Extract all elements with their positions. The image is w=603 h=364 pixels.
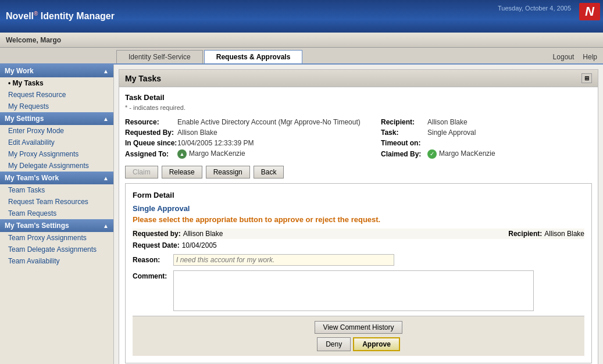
reassign-button[interactable]: Reassign — [206, 166, 250, 179]
logo-text: Novell — [6, 12, 34, 22]
comment-row: Comment: — [133, 270, 584, 311]
form-detail: Form Detail Single Approval Please selec… — [125, 183, 592, 363]
resource-label: Resource: — [125, 117, 177, 127]
chevron-up-icon-4: ▲ — [103, 223, 109, 229]
form-requested-by-value: Allison Blake — [183, 230, 223, 238]
table-row: In Queue since: 10/04/2005 12:33:39 PM T… — [125, 138, 592, 148]
form-meta-row: Requested by: Allison Blake Recipient: A… — [133, 229, 584, 239]
resource-value: Enable Active Directory Account (Mgr App… — [177, 117, 381, 127]
deny-button[interactable]: Deny — [317, 337, 351, 351]
reason-label: Reason: — [133, 254, 173, 264]
claimed-by-name: Margo MacKenzie — [439, 149, 495, 158]
in-queue-label: In Queue since: — [125, 138, 177, 148]
panel-grid-icon[interactable]: ⊞ — [581, 73, 592, 83]
recipient-value: Allison Blake — [427, 117, 592, 127]
sidebar-section-my-settings[interactable]: My Settings ▲ — [0, 112, 113, 125]
sidebar-section-title-my-settings: My Settings — [5, 115, 44, 123]
task-info-table: Resource: Enable Active Directory Accoun… — [125, 117, 592, 160]
table-row: Assigned To: ▲Margo MacKenzie Claimed By… — [125, 148, 592, 160]
comment-textarea[interactable] — [173, 270, 534, 311]
approve-button[interactable]: Approve — [353, 337, 400, 351]
chevron-up-icon-3: ▲ — [103, 175, 109, 181]
form-recipient-label: Recipient: — [508, 230, 542, 238]
my-tasks-panel: My Tasks ⊞ Task Detail * - indicates req… — [119, 69, 598, 364]
assigned-to-value: ▲Margo MacKenzie — [177, 148, 381, 160]
approve-deny-buttons: Deny Approve — [317, 337, 400, 351]
sidebar-item-enter-proxy-mode[interactable]: Enter Proxy Mode — [0, 125, 113, 137]
reason-row: Reason: — [133, 254, 584, 266]
sidebar-item-team-requests[interactable]: Team Requests — [0, 208, 113, 219]
help-link[interactable]: Help — [583, 53, 597, 61]
sidebar-item-request-team-resources[interactable]: Request Team Resources — [0, 196, 113, 208]
requested-by-value: Allison Blake — [177, 127, 381, 138]
sidebar-item-request-resource[interactable]: Request Resource — [0, 89, 113, 101]
form-requested-by-label: Requested by: — [133, 230, 181, 238]
claimed-by-checkmark-icon: ✓ — [427, 149, 437, 159]
n-logo: N — [579, 3, 600, 20]
app-header: Novell® Identity Manager Tuesday, Octobe… — [0, 0, 603, 33]
panel-header: My Tasks ⊞ — [119, 70, 598, 87]
welcome-bar: Welcome, Margo — [0, 33, 603, 48]
sidebar-item-my-requests[interactable]: My Requests — [0, 101, 113, 112]
sidebar-item-team-proxy-assignments[interactable]: Team Proxy Assignments — [0, 232, 113, 244]
chevron-up-icon: ▲ — [103, 68, 109, 74]
sidebar-section-title-my-work: My Work — [5, 67, 34, 75]
assigned-to-avatar: ▲ — [177, 149, 187, 159]
tab-requests-approvals[interactable]: Requests & Approvals — [204, 50, 303, 63]
in-queue-value: 10/04/2005 12:33:39 PM — [177, 138, 381, 148]
claimed-by-value: ✓Margo MacKenzie — [427, 148, 592, 160]
release-button[interactable]: Release — [162, 166, 202, 179]
tab-identity-self-service[interactable]: Identity Self-Service — [116, 50, 203, 63]
panel-body: Task Detail * - indicates required. Reso… — [119, 87, 598, 364]
recipient-label: Recipient: — [381, 117, 427, 127]
sidebar-section-title-my-teams-settings: My Team's Settings — [5, 222, 69, 230]
claimed-by-label: Claimed By: — [381, 148, 427, 160]
request-date-label: Request Date: — [133, 241, 180, 249]
task-detail-title: Task Detail — [125, 93, 592, 102]
nav-tabs-bar: Identity Self-Service Requests & Approva… — [0, 48, 603, 65]
sidebar: My Work ▲ My Tasks Request Resource My R… — [0, 65, 114, 364]
table-row: Requested By: Allison Blake Task: Single… — [125, 127, 592, 138]
approval-instruction: Please select the appropriate button to … — [133, 215, 584, 224]
sidebar-item-proxy-assignments[interactable]: My Proxy Assignments — [0, 148, 113, 160]
logo: Novell® Identity Manager — [6, 10, 115, 22]
chevron-up-icon-2: ▲ — [103, 116, 109, 122]
single-approval-title: Single Approval — [133, 204, 584, 213]
action-buttons: Claim Release Reassign Back — [125, 166, 592, 179]
assigned-to-label: Assigned To: — [125, 148, 177, 160]
back-button[interactable]: Back — [254, 166, 284, 179]
timeout-label: Timeout on: — [381, 138, 427, 148]
bottom-buttons: View Comment History Deny Approve — [133, 316, 584, 356]
view-comment-history-button[interactable]: View Comment History — [315, 321, 403, 334]
sidebar-item-delegate-assignments[interactable]: My Delegate Assignments — [0, 160, 113, 172]
form-date-row: Request Date: 10/04/2005 — [133, 241, 584, 249]
task-label: Task: — [381, 127, 427, 138]
panel-title: My Tasks — [125, 74, 161, 83]
form-detail-title: Form Detail — [133, 191, 584, 199]
nav-right-links: Logout Help — [547, 51, 603, 63]
header-date: Tuesday, October 4, 2005 — [498, 5, 571, 12]
required-note: * - indicates required. — [125, 104, 592, 111]
welcome-text: Welcome, Margo — [6, 36, 61, 44]
sidebar-item-team-tasks[interactable]: Team Tasks — [0, 184, 113, 196]
form-recipient-value: Allison Blake — [544, 230, 584, 238]
reason-input[interactable] — [173, 254, 394, 266]
sidebar-item-my-tasks[interactable]: My Tasks — [0, 77, 113, 89]
sidebar-section-my-teams-settings[interactable]: My Team's Settings ▲ — [0, 219, 113, 232]
sidebar-section-title-my-teams-work: My Team's Work — [5, 174, 59, 182]
assigned-to-name: Margo MacKenzie — [189, 149, 245, 158]
sidebar-item-edit-availability[interactable]: Edit Availability — [0, 137, 113, 148]
sidebar-item-team-delegate-assignments[interactable]: Team Delegate Assignments — [0, 244, 113, 255]
main-content: My Tasks ⊞ Task Detail * - indicates req… — [114, 65, 603, 364]
comment-label: Comment: — [133, 270, 173, 280]
claim-button[interactable]: Claim — [125, 166, 158, 179]
logo-product: Identity Manager — [38, 12, 115, 22]
task-value: Single Approval — [427, 127, 592, 138]
sidebar-section-my-teams-work[interactable]: My Team's Work ▲ — [0, 172, 113, 184]
table-row: Resource: Enable Active Directory Accoun… — [125, 117, 592, 127]
sidebar-section-my-work[interactable]: My Work ▲ — [0, 65, 113, 77]
request-date-value: 10/04/2005 — [182, 241, 217, 249]
timeout-value — [427, 138, 592, 148]
sidebar-item-team-availability[interactable]: Team Availability — [0, 255, 113, 267]
logout-link[interactable]: Logout — [553, 53, 575, 61]
